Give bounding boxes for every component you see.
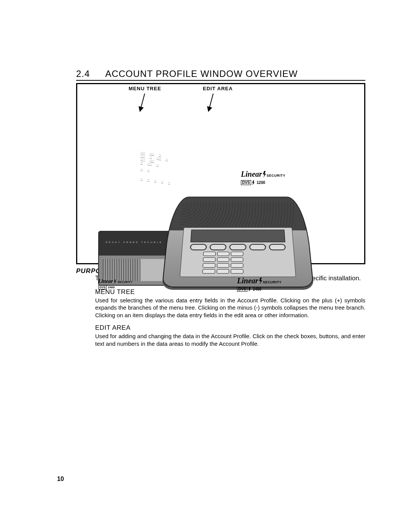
device-illustration-small: READY ARMED TROUBLE [98, 231, 172, 286]
menu-tree-body: Used for selecting the various data entr… [95, 297, 365, 319]
svg-marker-2 [114, 280, 116, 284]
model-prefix: DVS [241, 180, 251, 185]
model-number: 1200 [257, 181, 265, 185]
model-prefix: DVS [98, 285, 107, 289]
page-number: 10 [57, 476, 64, 482]
model-prefix: DVS [237, 287, 247, 292]
svg-marker-1 [252, 181, 255, 185]
device-led-labels: READY ARMED TROUBLE [106, 241, 162, 243]
section-title: ACCOUNT PROFILE WINDOW OVERVIEW [105, 69, 298, 79]
section-number: 2.4 [76, 69, 90, 79]
bolt-icon [247, 285, 252, 292]
brand-security: SECURITY [263, 280, 282, 284]
svg-marker-3 [259, 278, 262, 284]
menu-tree-heading: MENU TREE [95, 288, 365, 296]
figure-label-edit-area: EDIT AREA [203, 86, 233, 91]
figure-frame: MENU TREE EDIT AREA ————— —————— ———— ——… [76, 83, 365, 264]
arrow-icon [208, 94, 213, 112]
brand-logo: LinearSECURITY DVS1200 [241, 170, 285, 185]
brand-logo: LinearSECURITY DVS2400 [98, 278, 132, 289]
brand-word: Linear [241, 170, 262, 178]
bolt-icon [113, 280, 118, 284]
figure-label-menu-tree: MENU TREE [129, 86, 161, 91]
model-number: 2400 [108, 286, 115, 289]
brand-logo: LinearSECURITY DVS2400 [237, 276, 282, 292]
bolt-icon [258, 278, 263, 285]
arrow-icon [140, 94, 145, 112]
manual-page: 2.4 ACCOUNT PROFILE WINDOW OVERVIEW MENU… [0, 0, 411, 532]
bolt-icon [251, 179, 256, 185]
device-lcd [190, 230, 285, 242]
section-heading: 2.4 ACCOUNT PROFILE WINDOW OVERVIEW [76, 69, 365, 81]
device-illustration-large [162, 197, 314, 288]
brand-security: SECURITY [118, 281, 132, 283]
svg-marker-4 [249, 287, 251, 292]
device-function-buttons [190, 244, 286, 251]
svg-marker-0 [263, 171, 266, 178]
brand-security: SECURITY [267, 174, 286, 177]
device-speaker-grille [180, 203, 296, 227]
device-keypad-panel [180, 227, 296, 277]
device-speaker-grille [103, 259, 139, 281]
device-numeric-keypad [202, 252, 244, 274]
edit-area-heading: EDIT AREA [95, 324, 365, 332]
edit-area-body: Used for adding and changing the data in… [95, 332, 365, 347]
bolt-icon [262, 171, 267, 178]
model-number: 2400 [253, 287, 261, 291]
brand-word: Linear [98, 278, 113, 284]
brand-word: Linear [237, 276, 258, 285]
